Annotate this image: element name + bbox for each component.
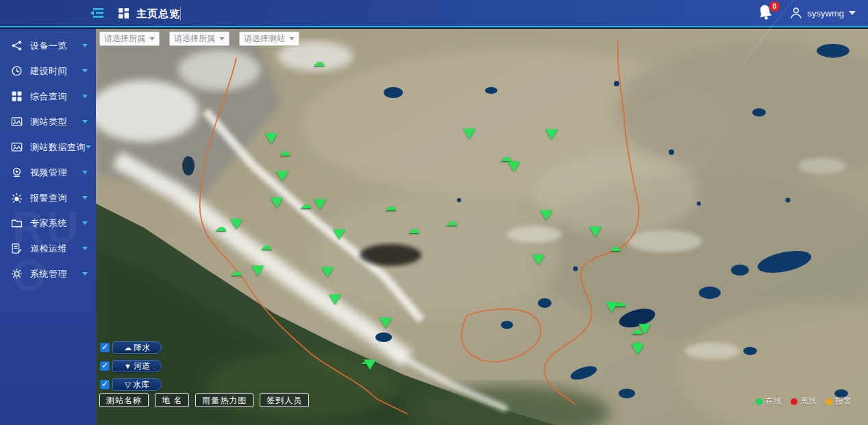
station-marker-river[interactable] [333, 229, 345, 239]
chevron-down-icon [82, 171, 88, 174]
cloud-icon: ☁ [124, 344, 132, 352]
notification-bell[interactable]: 0 [756, 3, 777, 24]
sidebar-item-build-time[interactable]: 建设时间 [0, 58, 96, 84]
chevron-down-icon [149, 37, 155, 40]
station-marker-precipitation[interactable]: ☁ [313, 56, 325, 67]
station-marker-river[interactable] [271, 198, 283, 208]
sidebar-item-label: 视频管理 [30, 167, 67, 179]
offline-dot [791, 398, 797, 405]
alarm-dot [826, 398, 832, 405]
sidebar-item-expert-system[interactable]: 专家系统 [0, 210, 96, 236]
rain-heatmap-button[interactable]: 雨量热力图 [195, 393, 253, 407]
chevron-down-icon [82, 272, 88, 276]
sidebar-item-station-type[interactable]: 测站类型 [0, 109, 96, 134]
station-marker-river[interactable] [632, 345, 644, 355]
station-marker-precipitation[interactable]: ☁ [615, 296, 626, 308]
station-marker-river[interactable] [329, 295, 341, 305]
station-marker-precipitation[interactable]: ☁ [215, 221, 227, 233]
layer-row-river: ▼ 河道 [100, 360, 162, 372]
collapse-menu-icon[interactable] [89, 6, 104, 20]
status-legend: 在线 离线 报警 [756, 396, 852, 407]
station-marker-precipitation[interactable]: ☁ [446, 215, 458, 227]
station-marker-river[interactable] [589, 226, 602, 236]
chevron-down-icon [849, 11, 856, 15]
station-marker-river[interactable] [638, 324, 651, 334]
map-markers: ☁☁☁☁☁☁☁☁☁☁☁☁☁☁☁ [96, 29, 868, 425]
station-marker-river[interactable] [314, 199, 326, 210]
filter-select-region-1[interactable]: 请选择所属 [99, 32, 160, 46]
sidebar-item-station-data-query[interactable]: 测站数据查询 [0, 134, 96, 160]
online-dot [756, 398, 762, 405]
station-marker-river[interactable] [540, 210, 552, 221]
checkin-personnel-button[interactable]: 签到人员 [260, 393, 309, 407]
river-layer-pill[interactable]: ▼ 河道 [112, 360, 162, 372]
top-header: 主页总览 0 sysywmg [0, 0, 868, 27]
sidebar-item-inspection-ops[interactable]: 巡检运维 [0, 236, 96, 261]
user-menu[interactable]: sysywmg [789, 6, 856, 20]
filter-placeholder: 请选择所属 [104, 33, 149, 45]
station-marker-river[interactable] [230, 219, 243, 229]
legend-item-online: 在线 [756, 396, 782, 407]
layer-label: 降水 [134, 342, 150, 354]
sidebar-item-label: 测站类型 [30, 116, 67, 128]
precipitation-layer-pill[interactable]: ☁ 降水 [112, 341, 162, 354]
station-marker-river[interactable] [265, 133, 277, 143]
reservoir-checkbox[interactable] [100, 380, 110, 389]
map-canvas[interactable]: ☁☁☁☁☁☁☁☁☁☁☁☁☁☁☁ 请选择所属 请选择所属 请选择测站 ☁ [96, 29, 868, 425]
chevron-down-icon [82, 247, 88, 250]
station-marker-river[interactable] [532, 254, 545, 265]
chevron-down-icon [82, 95, 88, 98]
station-marker-river[interactable] [321, 267, 334, 277]
alarm-icon [11, 192, 23, 204]
camera-icon [11, 167, 23, 178]
photo-icon [11, 116, 23, 127]
filter-select-region-2[interactable]: 请选择所属 [169, 32, 230, 46]
filter-placeholder: 请选择所属 [174, 33, 219, 45]
legend-label: 离线 [800, 396, 817, 407]
sidebar-item-label: 建设时间 [30, 65, 67, 77]
station-marker-river[interactable] [380, 318, 392, 328]
chevron-down-icon [82, 221, 88, 225]
sidebar-item-label: 报警查询 [30, 192, 67, 204]
notification-badge: 0 [769, 1, 780, 12]
river-checkbox[interactable] [100, 361, 110, 371]
chevron-down-icon [219, 37, 225, 40]
sidebar-item-device-overview[interactable]: 设备一览 [0, 33, 96, 58]
station-marker-precipitation[interactable]: ☁ [231, 265, 243, 277]
chevron-down-icon [289, 37, 295, 40]
sidebar-item-video-management[interactable]: 视频管理 [0, 160, 96, 185]
title-divider [180, 7, 181, 21]
station-marker-river[interactable] [276, 171, 288, 182]
station-marker-precipitation[interactable]: ☁ [261, 240, 273, 252]
station-marker-precipitation[interactable]: ☁ [610, 241, 621, 252]
reservoir-layer-pill[interactable]: ▽ 水库 [112, 378, 162, 391]
station-marker-precipitation[interactable]: ☁ [300, 199, 312, 210]
user-icon [789, 6, 803, 20]
page-title: 主页总览 [136, 8, 180, 21]
layer-label: 河道 [134, 361, 150, 372]
legend-label: 在线 [765, 396, 782, 407]
chevron-down-icon [82, 196, 88, 199]
sidebar-item-label: 系统管理 [30, 268, 67, 280]
station-marker-river[interactable] [508, 161, 520, 171]
station-marker-precipitation[interactable]: ☁ [280, 146, 291, 158]
filter-select-station[interactable]: 请选择测站 [239, 32, 299, 46]
station-marker-precipitation[interactable]: ☁ [385, 200, 397, 212]
sidebar-item-alarm-query[interactable]: 报警查询 [0, 185, 96, 210]
station-marker-river[interactable] [251, 265, 264, 276]
sidebar-item-system-management[interactable]: 系统管理 [0, 261, 96, 287]
place-name-button[interactable]: 地 名 [155, 393, 189, 407]
username-label: sysywmg [808, 8, 844, 19]
station-name-button[interactable]: 测站名称 [99, 393, 149, 407]
precipitation-checkbox[interactable] [100, 343, 110, 352]
station-marker-river[interactable] [364, 360, 376, 370]
app-window: 主页总览 0 sysywmg RUO [0, 0, 868, 425]
chevron-down-icon [82, 69, 88, 73]
sidebar-item-comprehensive-query[interactable]: 综合查询 [0, 84, 96, 109]
chevron-down-icon [82, 120, 88, 123]
station-marker-precipitation[interactable]: ☁ [408, 223, 420, 234]
station-marker-river[interactable] [545, 130, 558, 140]
dashboard-icon[interactable] [118, 8, 129, 19]
station-marker-river[interactable] [463, 128, 475, 138]
legend-item-alarm: 报警 [826, 396, 852, 407]
